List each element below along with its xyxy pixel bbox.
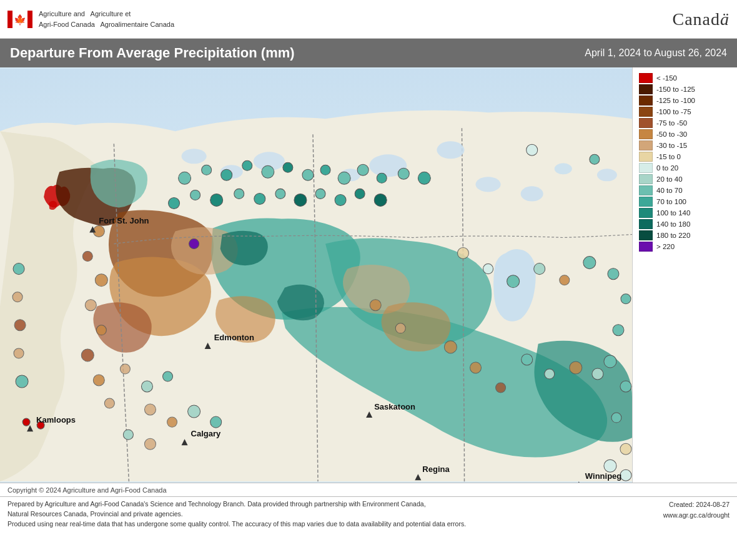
- legend-swatch: [639, 84, 653, 94]
- created-label: Created: 2024-08-27: [663, 499, 730, 510]
- svg-point-36: [335, 194, 346, 205]
- svg-point-27: [418, 172, 430, 184]
- svg-point-56: [560, 275, 570, 285]
- svg-point-14: [597, 169, 617, 181]
- svg-point-49: [14, 320, 26, 331]
- svg-point-28: [169, 197, 180, 209]
- legend-swatch: [639, 140, 653, 150]
- svg-point-26: [398, 168, 409, 179]
- legend-label: 70 to 100: [656, 198, 686, 205]
- footer-notes-left: Prepared by Agriculture and Agri-Food Ca…: [7, 499, 663, 529]
- svg-point-21: [302, 169, 314, 180]
- svg-point-68: [590, 154, 600, 164]
- footer-note-line2: Natural Resources Canada, Provincial and…: [7, 509, 663, 519]
- svg-point-87: [545, 369, 555, 379]
- legend-swatch: [639, 185, 653, 195]
- map-area: Fort St. John Edmonton Kamloops Calgary …: [0, 67, 632, 483]
- legend-swatch: [639, 230, 653, 240]
- svg-point-23: [338, 172, 350, 184]
- legend-item: -100 to -75: [639, 106, 731, 117]
- legend-panel: < -150-150 to -125-125 to -100-100 to -7…: [632, 67, 737, 483]
- legend-swatch: [639, 107, 653, 117]
- legend-item: 100 to 140: [639, 207, 731, 219]
- svg-point-47: [13, 263, 24, 275]
- date-range: April 1, 2024 to August 26, 2024: [585, 47, 727, 59]
- legend-item: -30 to -15: [639, 140, 731, 151]
- legend-item: 20 to 40: [639, 174, 731, 185]
- legend-label: -50 to -30: [656, 130, 687, 138]
- calgary-label: Calgary: [191, 429, 222, 438]
- legend-label: 40 to 70: [656, 187, 683, 194]
- legend-item: -150 to -125: [639, 84, 731, 95]
- fort-st-john-label: Fort St. John: [99, 216, 149, 225]
- legend-label: 140 to 180: [656, 220, 690, 228]
- svg-point-83: [210, 416, 222, 428]
- agency-en-line1: Agriculture and: [39, 10, 85, 17]
- svg-point-65: [604, 459, 616, 472]
- svg-point-57: [583, 257, 596, 269]
- legend-swatch: [639, 96, 653, 106]
- svg-point-30: [210, 194, 223, 206]
- legend-item: 70 to 100: [639, 196, 731, 207]
- svg-point-70: [395, 323, 405, 333]
- map-legend-container: Fort St. John Edmonton Kamloops Calgary …: [0, 67, 737, 483]
- svg-point-22: [320, 165, 330, 175]
- legend-label: < -150: [656, 74, 677, 82]
- agency-fr-line2: Agroalimentaire Canada: [100, 21, 174, 28]
- svg-point-60: [613, 325, 624, 336]
- canada-wordmark: Canadä: [672, 9, 730, 29]
- svg-point-6: [437, 141, 464, 159]
- svg-point-80: [144, 404, 156, 415]
- legend-label: 100 to 140: [656, 209, 690, 217]
- legend-label: 180 to 220: [656, 232, 690, 239]
- svg-point-43: [96, 325, 106, 335]
- website-url: www.agr.gc.ca/drought: [663, 510, 730, 521]
- svg-point-51: [16, 375, 28, 388]
- canada-flag-icon: 🍁: [7, 7, 32, 32]
- svg-point-52: [457, 248, 468, 259]
- svg-point-29: [190, 190, 200, 200]
- svg-point-20: [283, 162, 293, 172]
- svg-point-19: [262, 165, 274, 178]
- footer-copyright: Copyright © 2024 Agriculture and Agri-Fo…: [0, 483, 737, 496]
- svg-point-9: [476, 177, 501, 192]
- legend-swatch: [639, 118, 653, 128]
- legend-item: 40 to 70: [639, 185, 731, 196]
- svg-point-16: [202, 165, 212, 175]
- svg-point-35: [315, 189, 325, 199]
- svg-point-76: [189, 239, 199, 249]
- legend-label: 20 to 40: [656, 175, 683, 183]
- svg-point-55: [534, 263, 545, 275]
- legend-swatch: [639, 242, 653, 252]
- legend-item: > 220: [639, 241, 731, 252]
- legend-swatch: [639, 152, 653, 162]
- svg-point-72: [470, 362, 481, 373]
- svg-point-31: [234, 189, 244, 199]
- svg-point-48: [12, 292, 22, 302]
- legend-label: > 220: [656, 243, 675, 250]
- svg-point-53: [483, 264, 493, 274]
- legend-swatch: [639, 197, 653, 207]
- regina-label: Regina: [422, 464, 450, 474]
- svg-point-82: [188, 405, 200, 418]
- legend-label: -15 to 0: [656, 153, 681, 160]
- svg-point-41: [95, 274, 107, 287]
- svg-point-33: [275, 189, 285, 199]
- svg-point-40: [82, 252, 92, 262]
- legend-label: -30 to -15: [656, 142, 687, 149]
- legend-swatch: [639, 219, 653, 229]
- legend-item: -50 to -30: [639, 129, 731, 140]
- copyright-text: Copyright © 2024 Agriculture and Agri-Fo…: [7, 486, 167, 494]
- footer-notes-right: Created: 2024-08-27 www.agr.gc.ca/drough…: [663, 499, 730, 521]
- svg-point-86: [522, 354, 533, 365]
- svg-point-88: [570, 361, 582, 374]
- edmonton-label: Edmonton: [214, 333, 254, 342]
- legend-swatch: [639, 163, 653, 173]
- legend-label: -100 to -75: [656, 108, 691, 115]
- svg-point-66: [620, 469, 631, 481]
- page-header: 🍁 Agriculture and Agriculture et Agri-Fo…: [0, 0, 737, 39]
- svg-point-89: [592, 368, 603, 380]
- svg-rect-0: [7, 11, 12, 28]
- svg-point-8: [555, 163, 572, 174]
- svg-point-84: [123, 430, 133, 440]
